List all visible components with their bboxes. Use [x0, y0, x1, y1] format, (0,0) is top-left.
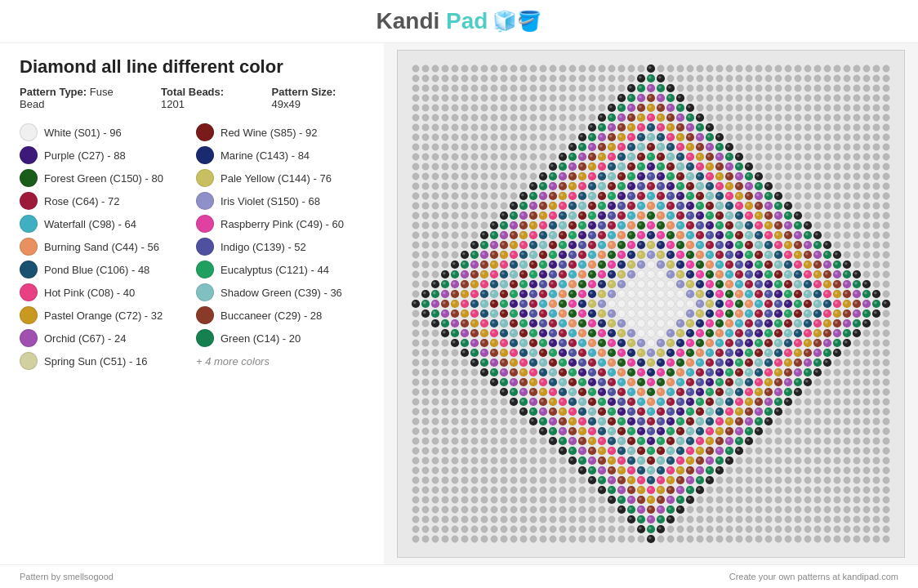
color-label: Green (C14) - 20 [221, 332, 301, 345]
color-label: Purple (C27) - 88 [44, 149, 126, 162]
color-label: Hot Pink (C08) - 40 [44, 287, 135, 299]
color-entry: Indigo (C139) - 52 [196, 238, 364, 256]
color-entry: Pale Yellow (C144) - 76 [196, 169, 364, 187]
logo-emoji: 🧊🪣 [492, 10, 541, 33]
color-entry: Green (C14) - 20 [196, 329, 364, 347]
left-panel: Diamond all line different color Pattern… [0, 43, 384, 564]
color-label: Waterfall (C98) - 64 [44, 218, 136, 230]
color-entry: White (S01) - 96 [20, 123, 188, 141]
color-swatch [196, 169, 214, 187]
color-swatch [196, 238, 214, 256]
color-entry: Buccaneer (C29) - 28 [196, 306, 364, 324]
color-entry: Pond Blue (C106) - 48 [20, 261, 188, 278]
color-label: Spring Sun (C51) - 16 [44, 355, 147, 368]
footer: Pattern by smellsogood Create your own p… [0, 564, 918, 588]
color-swatch [196, 261, 214, 278]
header: Kandi Pad 🧊🪣 [0, 0, 918, 43]
color-entry: Marine (C143) - 84 [196, 146, 364, 164]
color-entry: Waterfall (C98) - 64 [20, 215, 188, 233]
color-entry: Pastel Orange (C72) - 32 [20, 306, 188, 324]
color-swatch [20, 283, 38, 301]
color-entry: Eucalyptus (C121) - 44 [196, 261, 364, 278]
color-label: Orchid (C67) - 24 [44, 332, 126, 345]
color-swatch [196, 146, 214, 164]
color-entry: Forest Green (C150) - 80 [20, 169, 188, 187]
color-swatch [196, 306, 214, 324]
color-entry: Hot Pink (C08) - 40 [20, 283, 188, 301]
pattern-by: Pattern by smellsogood [20, 572, 114, 581]
pattern-title: Diamond all line different color [20, 56, 364, 78]
color-entry: Raspberry Pink (C49) - 60 [196, 215, 364, 233]
color-label: Burning Sand (C44) - 56 [44, 241, 159, 253]
meta-info: Pattern Type: Fuse Bead Total Beads: 120… [20, 86, 364, 110]
color-entry: Red Wine (S85) - 92 [196, 123, 364, 141]
color-label: Forest Green (C150) - 80 [44, 172, 163, 185]
color-label: + 4 more colors [196, 355, 270, 368]
color-entry: Spring Sun (C51) - 16 [20, 352, 188, 370]
pattern-size-label: Pattern Size: [272, 86, 336, 98]
color-swatch [196, 215, 214, 233]
cta: Create your own patterns at kandipad.com [729, 572, 898, 581]
color-label: Iris Violet (S150) - 68 [221, 195, 320, 207]
pattern-type: Pattern Type: Fuse Bead [20, 86, 136, 110]
logo-pad: Pad [439, 8, 488, 33]
color-entry: Purple (C27) - 88 [20, 146, 188, 164]
pattern-size: Pattern Size: 49x49 [272, 86, 364, 110]
total-beads: Total Beads: 1201 [161, 86, 247, 110]
total-beads-value: 1201 [161, 98, 185, 110]
color-swatch [196, 283, 214, 301]
color-swatch [196, 123, 214, 141]
color-swatch [20, 329, 38, 347]
color-swatch [20, 238, 38, 256]
color-label: Pastel Orange (C72) - 32 [44, 310, 163, 322]
color-label: Shadow Green (C39) - 36 [221, 287, 342, 299]
color-swatch [20, 123, 38, 141]
color-entry: + 4 more colors [196, 352, 364, 370]
color-swatch [20, 306, 38, 324]
color-label: Indigo (C139) - 52 [221, 241, 306, 253]
color-label: Raspberry Pink (C49) - 60 [221, 218, 344, 230]
color-label: Pale Yellow (C144) - 76 [221, 172, 332, 185]
pattern-size-value: 49x49 [272, 98, 301, 110]
color-swatch [196, 192, 214, 210]
color-swatch [20, 215, 38, 233]
bead-grid [397, 50, 905, 558]
color-label: Marine (C143) - 84 [221, 149, 310, 162]
logo-kandi: Kandi [377, 8, 440, 33]
color-list: White (S01) - 96Red Wine (S85) - 92Purpl… [20, 123, 364, 370]
color-entry: Iris Violet (S150) - 68 [196, 192, 364, 210]
color-label: White (S01) - 96 [44, 127, 122, 139]
right-panel [384, 43, 918, 564]
color-swatch [20, 169, 38, 187]
color-label: Rose (C64) - 72 [44, 195, 119, 207]
color-entry: Shadow Green (C39) - 36 [196, 283, 364, 301]
color-swatch [20, 261, 38, 278]
color-label: Pond Blue (C106) - 48 [44, 264, 149, 276]
color-swatch [196, 329, 214, 347]
main-content: Diamond all line different color Pattern… [0, 43, 918, 564]
color-entry: Rose (C64) - 72 [20, 192, 188, 210]
color-swatch [20, 352, 38, 370]
color-entry: Burning Sand (C44) - 56 [20, 238, 188, 256]
color-swatch [20, 146, 38, 164]
color-label: Red Wine (S85) - 92 [221, 127, 318, 139]
color-label: Buccaneer (C29) - 28 [221, 310, 322, 322]
total-beads-label: Total Beads: [161, 86, 224, 98]
pattern-type-label: Pattern Type: [20, 86, 87, 98]
color-entry: Orchid (C67) - 24 [20, 329, 188, 347]
color-swatch [20, 192, 38, 210]
color-label: Eucalyptus (C121) - 44 [221, 264, 329, 276]
